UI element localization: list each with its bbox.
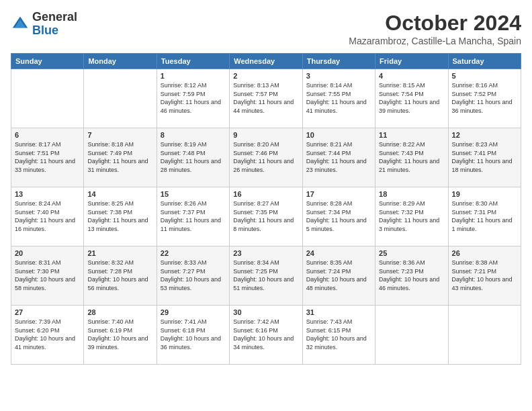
day-number: 20 — [15, 249, 80, 257]
calendar-week-5: 27Sunrise: 7:39 AM Sunset: 6:20 PM Dayli… — [11, 306, 521, 365]
day-number: 12 — [452, 131, 517, 139]
calendar-cell: 30Sunrise: 7:42 AM Sunset: 6:16 PM Dayli… — [230, 306, 302, 365]
logo-blue: Blue — [32, 24, 58, 37]
day-info: Sunrise: 8:34 AM Sunset: 7:25 PM Dayligh… — [233, 259, 298, 292]
calendar-cell: 31Sunrise: 7:43 AM Sunset: 6:15 PM Dayli… — [302, 306, 375, 365]
calendar-cell: 7Sunrise: 8:18 AM Sunset: 7:49 PM Daylig… — [84, 128, 157, 187]
day-info: Sunrise: 8:29 AM Sunset: 7:32 PM Dayligh… — [379, 199, 444, 233]
calendar-cell — [375, 306, 448, 365]
day-info: Sunrise: 8:15 AM Sunset: 7:54 PM Dayligh… — [379, 81, 444, 115]
calendar-cell: 29Sunrise: 7:41 AM Sunset: 6:18 PM Dayli… — [157, 306, 229, 365]
day-number: 25 — [379, 249, 444, 257]
weekday-header-friday: Friday — [375, 54, 448, 69]
day-info: Sunrise: 8:38 AM Sunset: 7:21 PM Dayligh… — [452, 259, 517, 292]
day-info: Sunrise: 8:32 AM Sunset: 7:28 PM Dayligh… — [87, 259, 152, 292]
calendar-cell: 26Sunrise: 8:38 AM Sunset: 7:21 PM Dayli… — [448, 246, 521, 306]
calendar-cell: 27Sunrise: 7:39 AM Sunset: 6:20 PM Dayli… — [11, 306, 84, 365]
calendar-cell: 24Sunrise: 8:35 AM Sunset: 7:24 PM Dayli… — [302, 246, 375, 306]
calendar-cell — [448, 306, 521, 365]
calendar-cell — [84, 69, 157, 128]
weekday-header-thursday: Thursday — [302, 54, 375, 69]
calendar-cell: 25Sunrise: 8:36 AM Sunset: 7:23 PM Dayli… — [375, 246, 448, 306]
day-info: Sunrise: 7:41 AM Sunset: 6:18 PM Dayligh… — [161, 318, 226, 351]
day-info: Sunrise: 8:16 AM Sunset: 7:52 PM Dayligh… — [452, 81, 517, 115]
logo-general: General — [32, 10, 77, 24]
weekday-header-saturday: Saturday — [448, 54, 521, 69]
calendar-week-3: 13Sunrise: 8:24 AM Sunset: 7:40 PM Dayli… — [11, 187, 521, 246]
day-number: 31 — [306, 308, 371, 316]
day-number: 15 — [161, 190, 226, 198]
day-number: 9 — [233, 131, 298, 139]
day-number: 13 — [15, 190, 80, 198]
calendar-cell: 14Sunrise: 8:25 AM Sunset: 7:38 PM Dayli… — [84, 187, 157, 246]
day-info: Sunrise: 8:25 AM Sunset: 7:38 PM Dayligh… — [87, 199, 152, 233]
calendar-week-4: 20Sunrise: 8:31 AM Sunset: 7:30 PM Dayli… — [11, 246, 521, 306]
day-number: 19 — [452, 190, 517, 198]
day-number: 29 — [161, 308, 226, 316]
calendar-cell: 11Sunrise: 8:22 AM Sunset: 7:43 PM Dayli… — [375, 128, 448, 187]
calendar-cell: 19Sunrise: 8:30 AM Sunset: 7:31 PM Dayli… — [448, 187, 521, 246]
weekday-header-wednesday: Wednesday — [230, 54, 302, 69]
day-number: 1 — [161, 72, 226, 80]
day-number: 16 — [233, 190, 298, 198]
day-number: 14 — [87, 190, 152, 198]
location: Mazarambroz, Castille-La Mancha, Spain — [349, 36, 521, 46]
day-info: Sunrise: 8:31 AM Sunset: 7:30 PM Dayligh… — [15, 259, 80, 292]
day-info: Sunrise: 8:33 AM Sunset: 7:27 PM Dayligh… — [161, 259, 226, 292]
logo-icon — [11, 15, 30, 34]
weekday-header-sunday: Sunday — [11, 54, 84, 69]
day-number: 28 — [87, 308, 152, 316]
day-number: 3 — [306, 72, 371, 80]
day-number: 8 — [161, 131, 226, 139]
day-info: Sunrise: 8:26 AM Sunset: 7:37 PM Dayligh… — [161, 199, 226, 233]
page-header: General Blue October 2024 Mazarambroz, C… — [11, 11, 521, 46]
calendar-cell: 3Sunrise: 8:14 AM Sunset: 7:55 PM Daylig… — [302, 69, 375, 128]
day-info: Sunrise: 8:13 AM Sunset: 7:57 PM Dayligh… — [233, 81, 298, 115]
day-info: Sunrise: 8:35 AM Sunset: 7:24 PM Dayligh… — [306, 259, 371, 292]
day-info: Sunrise: 8:18 AM Sunset: 7:49 PM Dayligh… — [87, 140, 152, 174]
day-number: 27 — [15, 308, 80, 316]
calendar-cell: 18Sunrise: 8:29 AM Sunset: 7:32 PM Dayli… — [375, 187, 448, 246]
weekday-header-tuesday: Tuesday — [157, 54, 229, 69]
day-info: Sunrise: 7:42 AM Sunset: 6:16 PM Dayligh… — [233, 318, 298, 351]
day-number: 30 — [233, 308, 298, 316]
day-number: 6 — [15, 131, 80, 139]
day-info: Sunrise: 8:21 AM Sunset: 7:44 PM Dayligh… — [306, 140, 371, 174]
day-number: 7 — [87, 131, 152, 139]
calendar-cell: 22Sunrise: 8:33 AM Sunset: 7:27 PM Dayli… — [157, 246, 229, 306]
day-number: 23 — [233, 249, 298, 257]
calendar-cell: 8Sunrise: 8:19 AM Sunset: 7:48 PM Daylig… — [157, 128, 229, 187]
day-number: 26 — [452, 249, 517, 257]
day-number: 22 — [161, 249, 226, 257]
calendar-cell: 13Sunrise: 8:24 AM Sunset: 7:40 PM Dayli… — [11, 187, 84, 246]
calendar-cell: 10Sunrise: 8:21 AM Sunset: 7:44 PM Dayli… — [302, 128, 375, 187]
day-info: Sunrise: 8:23 AM Sunset: 7:41 PM Dayligh… — [452, 140, 517, 174]
logo-text: General Blue — [32, 11, 77, 38]
calendar-cell: 15Sunrise: 8:26 AM Sunset: 7:37 PM Dayli… — [157, 187, 229, 246]
day-number: 18 — [379, 190, 444, 198]
calendar-cell: 28Sunrise: 7:40 AM Sunset: 6:19 PM Dayli… — [84, 306, 157, 365]
day-info: Sunrise: 8:12 AM Sunset: 7:59 PM Dayligh… — [161, 81, 226, 115]
day-info: Sunrise: 7:43 AM Sunset: 6:15 PM Dayligh… — [306, 318, 371, 351]
day-info: Sunrise: 8:30 AM Sunset: 7:31 PM Dayligh… — [452, 199, 517, 233]
calendar-table: SundayMondayTuesdayWednesdayThursdayFrid… — [11, 53, 521, 365]
day-number: 17 — [306, 190, 371, 198]
calendar-cell — [11, 69, 84, 128]
calendar-cell: 17Sunrise: 8:28 AM Sunset: 7:34 PM Dayli… — [302, 187, 375, 246]
day-info: Sunrise: 8:14 AM Sunset: 7:55 PM Dayligh… — [306, 81, 371, 115]
day-info: Sunrise: 8:27 AM Sunset: 7:35 PM Dayligh… — [233, 199, 298, 233]
title-block: October 2024 Mazarambroz, Castille-La Ma… — [349, 11, 521, 46]
day-info: Sunrise: 7:40 AM Sunset: 6:19 PM Dayligh… — [87, 318, 152, 351]
calendar-cell: 5Sunrise: 8:16 AM Sunset: 7:52 PM Daylig… — [448, 69, 521, 128]
calendar-cell: 4Sunrise: 8:15 AM Sunset: 7:54 PM Daylig… — [375, 69, 448, 128]
day-number: 2 — [233, 72, 298, 80]
day-number: 24 — [306, 249, 371, 257]
calendar-cell: 23Sunrise: 8:34 AM Sunset: 7:25 PM Dayli… — [230, 246, 302, 306]
month-title: October 2024 — [349, 11, 521, 36]
calendar-week-1: 1Sunrise: 8:12 AM Sunset: 7:59 PM Daylig… — [11, 69, 521, 128]
day-info: Sunrise: 8:20 AM Sunset: 7:46 PM Dayligh… — [233, 140, 298, 174]
day-info: Sunrise: 8:17 AM Sunset: 7:51 PM Dayligh… — [15, 140, 80, 174]
day-number: 4 — [379, 72, 444, 80]
day-info: Sunrise: 7:39 AM Sunset: 6:20 PM Dayligh… — [15, 318, 80, 351]
day-number: 21 — [87, 249, 152, 257]
